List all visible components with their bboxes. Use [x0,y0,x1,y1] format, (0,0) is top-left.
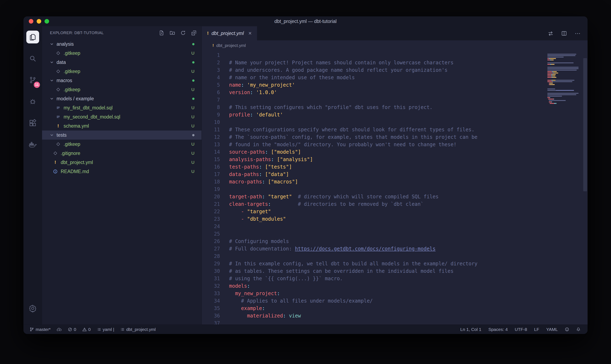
tree-file-my-second-dbt-model-sql[interactable]: my_second_dbt_model.sqlU [42,112,202,121]
minimap[interactable] [547,52,581,106]
code-line[interactable]: 14source-paths: ["models"] [202,148,544,156]
code-line[interactable]: 36 materialized: view [202,312,544,320]
code-line[interactable]: 1 [202,52,544,59]
code-line[interactable]: 18macro-paths: ["macros"] [202,178,544,185]
activity-explorer[interactable] [23,26,42,48]
code-line[interactable]: 24 [202,223,544,230]
refresh-icon[interactable] [181,30,186,36]
line-text: # The `source-paths` config, for example… [229,133,477,141]
zoom-window-button[interactable] [44,19,49,24]
line-number: 8 [202,104,220,111]
status-item-spaces-4[interactable]: Spaces: 4 [488,327,508,332]
close-window-button[interactable] [29,19,33,24]
tree-folder-data[interactable]: data [42,58,202,67]
code-line[interactable]: 3# and underscores. A good package name … [202,66,544,74]
code-line[interactable]: 11# These configurations specify where d… [202,126,544,133]
activity-source-control[interactable]: 11 [23,69,42,91]
tree-folder-tests[interactable]: tests [42,130,202,140]
split-editor-icon[interactable] [561,31,567,36]
tree-file-readme-md[interactable]: README.mdU [42,167,202,176]
line-number: 13 [202,141,220,148]
code-line[interactable]: 10 [202,118,544,126]
status-item-0[interactable]: 0 [83,327,91,332]
open-changes-icon[interactable] [548,31,554,36]
line-number: 7 [202,96,220,104]
code-line[interactable]: 12# The `source-paths` config, for examp… [202,133,544,141]
code-area[interactable]: 12# Name your project! Project names sho… [202,52,544,325]
code-line[interactable]: 25 [202,230,544,238]
code-line[interactable]: 34 # Applies to all files under models/e… [202,297,544,305]
scrollbar-thumb[interactable] [583,58,587,191]
status-item-smiley-icon[interactable] [565,327,569,332]
code-line[interactable]: 16test-paths: ["tests"] [202,163,544,171]
tree-item-label: schema.yml [64,123,89,129]
code-line[interactable]: 6version: '1.0.0' [202,89,544,96]
tree-file--gitkeep[interactable]: .gitkeepU [42,140,202,149]
code-line[interactable]: 30# as tables. These settings can be ove… [202,267,544,275]
code-line[interactable]: 23 - "dbt_modules" [202,215,544,223]
status-item-lf[interactable]: LF [534,327,539,332]
code-line[interactable]: 15analysis-paths: ["analysis"] [202,156,544,163]
close-tab-icon[interactable]: × [248,31,252,36]
code-line[interactable]: 8# This setting configures which "profil… [202,104,544,111]
tree-file-schema-yml[interactable]: !schema.ymlU [42,121,202,130]
code-line[interactable]: 27# Full documentation: https://docs.get… [202,245,544,253]
collapse-all-icon[interactable] [191,30,196,36]
status-item-yaml[interactable]: YAML [546,327,558,332]
tree-file-my-first-dbt-model-sql[interactable]: my_first_dbt_model.sqlU [42,103,202,112]
status-item-ln-1-col-1[interactable]: Ln 1, Col 1 [460,327,481,332]
code-line[interactable]: 4# name or the intended use of these mod… [202,74,544,81]
tree-file--gitkeep[interactable]: .gitkeepU [42,49,202,58]
minimize-window-button[interactable] [37,19,41,24]
traffic-lights [29,19,49,24]
code-line[interactable]: 17data-paths: ["data"] [202,171,544,178]
tree-folder-analysis[interactable]: analysis [42,39,202,49]
folder-status-dot [192,98,194,100]
activity-debug[interactable] [23,91,42,112]
activity-bar: 11 [23,26,42,325]
tab-dbt-project-yml[interactable]: ! dbt_project.yml × [202,26,257,40]
code-line[interactable]: 37 [202,320,544,325]
code-line[interactable]: 21clean-targets: # directories to be rem… [202,200,544,208]
line-text: example: [229,305,265,312]
code-line[interactable]: 31# using the `{{ config(...) }}` macro. [202,275,544,282]
status-item-0[interactable]: 0 [68,327,76,332]
status-item-cloud-upload-icon[interactable] [57,327,62,332]
code-line[interactable]: 28 [202,253,544,260]
new-folder-icon[interactable] [170,30,175,36]
activity-search[interactable] [23,48,42,69]
tree-file--gitkeep[interactable]: .gitkeepU [42,85,202,94]
code-line[interactable]: 33 my_new_project: [202,290,544,297]
new-file-icon[interactable] [159,30,164,36]
tree-file--gitignore[interactable]: .gitignoreU [42,149,202,158]
line-text: my_new_project: [229,290,280,297]
code-line[interactable]: 7 [202,96,544,104]
status-item-dbt-project-yml[interactable]: dbt_project.yml [120,327,155,332]
status-item-yaml-[interactable]: yaml | [97,327,114,332]
code-line[interactable]: 13# found in the "models/" directory. Yo… [202,141,544,148]
code-line[interactable]: 9profile: 'default' [202,111,544,118]
status-item-master-[interactable]: master* [30,327,51,332]
info-icon [52,169,58,174]
status-item-utf-8[interactable]: UTF-8 [515,327,527,332]
tree-folder-macros[interactable]: macros [42,76,202,85]
code-line[interactable]: 29# In this example config, we tell dbt … [202,260,544,267]
code-line[interactable]: 5name: 'my_new_project' [202,81,544,89]
activity-extensions[interactable] [23,112,42,134]
breadcrumb[interactable]: ! dbt_project.yml [202,40,588,51]
code-line[interactable]: 20target-path: "target" # directory whic… [202,193,544,200]
code-line[interactable]: 19 [202,185,544,193]
tree-file--gitkeep[interactable]: .gitkeepU [42,67,202,76]
activity-docker[interactable] [23,134,42,155]
more-actions-icon[interactable]: ⋯ [575,30,581,37]
code-line[interactable]: 26# Configuring models [202,238,544,245]
code-line[interactable]: 22 - "target" [202,208,544,215]
code-line[interactable]: 32models: [202,282,544,290]
tree-item-label: README.md [61,169,89,174]
tree-file-dbt-project-yml[interactable]: !dbt_project.ymlU [42,158,202,167]
tree-folder-models-example[interactable]: models / example [42,94,202,103]
code-line[interactable]: 2# Name your project! Project names shou… [202,59,544,66]
status-item-bell-icon[interactable] [576,327,581,332]
code-line[interactable]: 35 example: [202,305,544,312]
activity-settings[interactable] [23,298,42,319]
